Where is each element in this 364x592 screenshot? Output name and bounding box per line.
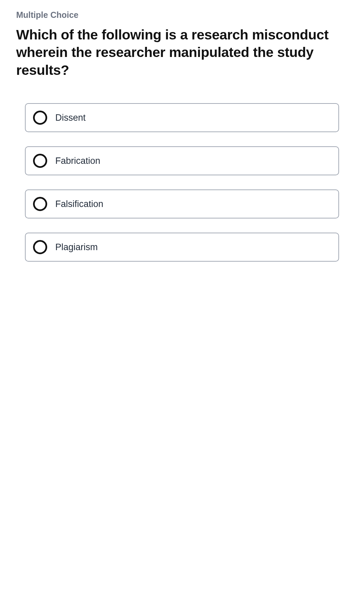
radio-icon	[33, 154, 47, 168]
option-label: Dissent	[55, 113, 86, 123]
radio-icon	[33, 197, 47, 211]
question-text: Which of the following is a research mis…	[16, 26, 348, 79]
radio-icon	[33, 240, 47, 254]
option-label: Plagiarism	[55, 242, 98, 253]
option-dissent[interactable]: Dissent	[25, 103, 339, 132]
option-label: Fabrication	[55, 156, 100, 166]
option-label: Falsification	[55, 199, 103, 209]
options-container: Dissent Fabrication Falsification Plagia…	[16, 103, 348, 262]
option-plagiarism[interactable]: Plagiarism	[25, 233, 339, 262]
radio-icon	[33, 111, 47, 125]
question-type-label: Multiple Choice	[16, 10, 348, 20]
option-fabrication[interactable]: Fabrication	[25, 146, 339, 175]
option-falsification[interactable]: Falsification	[25, 189, 339, 218]
